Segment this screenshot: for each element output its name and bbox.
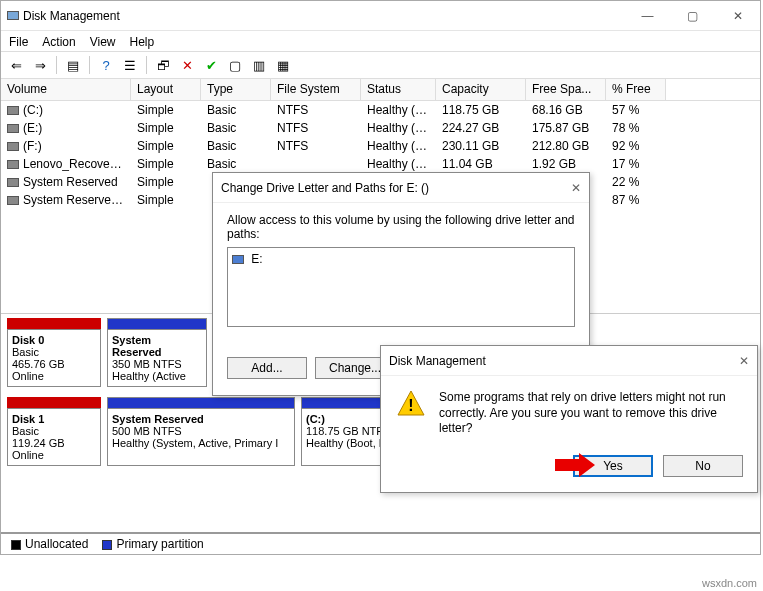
col-fs[interactable]: File System <box>271 79 361 100</box>
table-row[interactable]: (C:) Simple Basic NTFS Healthy (B... 118… <box>1 101 760 119</box>
watermark: wsxdn.com <box>702 577 757 589</box>
col-free[interactable]: Free Spa... <box>526 79 606 100</box>
table-row[interactable]: (F:) Simple Basic NTFS Healthy (P... 230… <box>1 137 760 155</box>
selected-drive-letter: E: <box>251 252 262 266</box>
drive-icon <box>7 124 19 133</box>
drive-icon <box>7 142 19 151</box>
disk0-partition-sysres[interactable]: System Reserved 350 MB NTFS Healthy (Act… <box>107 318 207 387</box>
disk1-partition-sysres[interactable]: System Reserved 500 MB NTFS Healthy (Sys… <box>107 397 295 466</box>
delete-icon[interactable]: ✕ <box>176 54 198 76</box>
app-icon <box>7 11 19 20</box>
table-row[interactable]: Lenovo_Recovery ... Simple Basic Healthy… <box>1 155 760 173</box>
properties-icon[interactable]: ☰ <box>119 54 141 76</box>
check-icon[interactable]: ✔ <box>200 54 222 76</box>
table-row[interactable]: (E:) Simple Basic NTFS Healthy (P... 224… <box>1 119 760 137</box>
dialog2-titlebar[interactable]: Disk Management ✕ <box>381 346 757 376</box>
dialog1-hint: Allow access to this volume by using the… <box>227 213 575 241</box>
drive-icon <box>7 196 19 205</box>
back-icon[interactable]: ⇐ <box>5 54 27 76</box>
drive-paths-listbox[interactable]: E: <box>227 247 575 327</box>
titlebar[interactable]: Disk Management — ▢ ✕ <box>1 1 760 31</box>
col-volume[interactable]: Volume <box>1 79 131 100</box>
col-status[interactable]: Status <box>361 79 436 100</box>
script-icon[interactable]: ▥ <box>248 54 270 76</box>
close-icon[interactable]: ✕ <box>571 181 581 195</box>
refresh-icon[interactable]: 🗗 <box>152 54 174 76</box>
legend: Unallocated Primary partition <box>1 532 760 554</box>
help-icon[interactable]: ? <box>95 54 117 76</box>
close-icon[interactable]: ✕ <box>739 354 749 368</box>
list-icon[interactable]: ▦ <box>272 54 294 76</box>
warning-icon: ! <box>397 390 425 416</box>
close-button[interactable]: ✕ <box>715 1 760 31</box>
forward-icon[interactable]: ⇒ <box>29 54 51 76</box>
drive-icon <box>7 106 19 115</box>
disk-0-label[interactable]: Disk 0 Basic 465.76 GB Online <box>7 318 101 387</box>
dialog1-title: Change Drive Letter and Paths for E: () <box>221 181 571 195</box>
drive-icon <box>7 160 19 169</box>
drive-icon <box>7 178 19 187</box>
disk-1-label[interactable]: Disk 1 Basic 119.24 GB Online <box>7 397 101 466</box>
new-partition-icon[interactable]: ▢ <box>224 54 246 76</box>
menubar: File Action View Help <box>1 31 760 51</box>
menu-help[interactable]: Help <box>130 35 155 49</box>
svg-text:!: ! <box>408 397 413 414</box>
menu-view[interactable]: View <box>90 35 116 49</box>
column-headers[interactable]: Volume Layout Type File System Status Ca… <box>1 79 760 101</box>
maximize-button[interactable]: ▢ <box>670 1 715 31</box>
dialog2-title: Disk Management <box>389 354 739 368</box>
no-button[interactable]: No <box>663 455 743 477</box>
menu-file[interactable]: File <box>9 35 28 49</box>
minimize-button[interactable]: — <box>625 1 670 31</box>
menu-action[interactable]: Action <box>42 35 75 49</box>
drive-icon <box>232 255 244 264</box>
col-type[interactable]: Type <box>201 79 271 100</box>
legend-swatch-unallocated <box>11 540 21 550</box>
col-pct[interactable]: % Free <box>606 79 666 100</box>
legend-swatch-primary <box>102 540 112 550</box>
dialog2-message: Some programs that rely on drive letters… <box>439 390 741 437</box>
dialog1-titlebar[interactable]: Change Drive Letter and Paths for E: () … <box>213 173 589 203</box>
col-layout[interactable]: Layout <box>131 79 201 100</box>
toolbar: ⇐ ⇒ ▤ ? ☰ 🗗 ✕ ✔ ▢ ▥ ▦ <box>1 51 760 79</box>
svg-marker-2 <box>555 453 595 477</box>
col-capacity[interactable]: Capacity <box>436 79 526 100</box>
table-view-icon[interactable]: ▤ <box>62 54 84 76</box>
add-button[interactable]: Add... <box>227 357 307 379</box>
window-title: Disk Management <box>23 9 625 23</box>
arrow-annotation-icon <box>555 453 595 477</box>
